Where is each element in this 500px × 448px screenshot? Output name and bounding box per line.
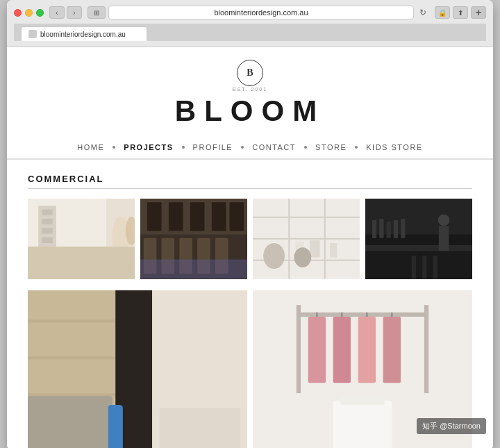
browser-chrome: ‹ › ⊞ bloominteriordesign.com.au ↻ 🔒 ⬆ +… bbox=[7, 0, 493, 47]
emblem-est: EST. 2001 bbox=[233, 87, 267, 92]
commercial-grid-bottom bbox=[28, 290, 472, 449]
add-tab-button[interactable]: + bbox=[471, 6, 486, 19]
svg-rect-5 bbox=[42, 219, 52, 224]
commercial-image-4[interactable] bbox=[365, 199, 472, 279]
nav-home[interactable]: HOME bbox=[69, 143, 112, 151]
svg-rect-15 bbox=[212, 202, 226, 231]
site-nav: HOME PROJECTS PROFILE CONTACT STORE KIDS… bbox=[7, 136, 493, 159]
site-header: B EST. 2001 BLOOM HOME PROJECTS PROFILE … bbox=[7, 47, 493, 160]
svg-rect-58 bbox=[108, 405, 123, 448]
svg-rect-6 bbox=[42, 228, 52, 233]
tab-favicon bbox=[28, 30, 37, 38]
minimize-button[interactable] bbox=[25, 9, 33, 17]
svg-rect-31 bbox=[310, 240, 319, 258]
svg-rect-64 bbox=[308, 317, 326, 383]
commercial-image-6[interactable] bbox=[253, 290, 472, 449]
main-content: COMMERCIAL bbox=[7, 160, 493, 448]
svg-rect-12 bbox=[147, 202, 162, 231]
svg-rect-39 bbox=[372, 220, 376, 238]
svg-rect-48 bbox=[433, 256, 438, 279]
svg-rect-32 bbox=[330, 243, 337, 258]
lock-icon: 🔒 bbox=[435, 6, 450, 19]
svg-rect-16 bbox=[230, 202, 244, 231]
forward-button[interactable]: › bbox=[67, 6, 82, 19]
svg-rect-13 bbox=[169, 202, 183, 231]
nav-store[interactable]: STORE bbox=[307, 143, 355, 151]
tab-bar: bloominteriordesign.com.au bbox=[14, 24, 486, 41]
emblem-letter: B bbox=[247, 67, 253, 78]
svg-rect-42 bbox=[394, 220, 398, 238]
commercial-divider bbox=[28, 188, 472, 189]
commercial-grid-top bbox=[28, 199, 472, 279]
svg-rect-45 bbox=[439, 226, 449, 251]
svg-rect-62 bbox=[297, 305, 301, 393]
commercial-image-2[interactable] bbox=[140, 199, 247, 279]
share-icon[interactable]: ⬆ bbox=[453, 6, 468, 19]
svg-point-33 bbox=[263, 243, 285, 269]
nav-kids-store[interactable]: KIDS STORE bbox=[358, 143, 431, 151]
commercial-image-1[interactable] bbox=[28, 199, 135, 279]
logo-emblem: B EST. 2001 bbox=[233, 60, 267, 92]
nav-buttons: ‹ › bbox=[49, 6, 82, 19]
svg-rect-1 bbox=[28, 249, 135, 279]
svg-rect-43 bbox=[401, 219, 405, 238]
browser-actions: 🔒 ⬆ + bbox=[435, 6, 486, 19]
maximize-button[interactable] bbox=[36, 9, 44, 17]
svg-point-34 bbox=[294, 247, 311, 267]
svg-rect-14 bbox=[190, 202, 205, 231]
commercial-title: COMMERCIAL bbox=[28, 174, 472, 184]
svg-rect-26 bbox=[253, 238, 360, 240]
svg-rect-47 bbox=[422, 256, 426, 279]
back-button[interactable]: ‹ bbox=[49, 6, 65, 19]
svg-rect-41 bbox=[387, 222, 391, 238]
commercial-image-5[interactable] bbox=[28, 290, 247, 449]
svg-rect-37 bbox=[365, 249, 472, 279]
reload-button[interactable]: ↻ bbox=[417, 6, 429, 19]
svg-rect-22 bbox=[140, 260, 247, 279]
svg-rect-29 bbox=[324, 199, 326, 279]
svg-rect-4 bbox=[42, 209, 52, 215]
address-bar[interactable]: bloominteriordesign.com.au bbox=[108, 6, 414, 19]
svg-rect-67 bbox=[383, 317, 401, 383]
svg-rect-25 bbox=[253, 217, 360, 218]
website-content: B EST. 2001 BLOOM HOME PROJECTS PROFILE … bbox=[7, 47, 493, 448]
svg-rect-46 bbox=[412, 256, 416, 279]
svg-rect-28 bbox=[288, 199, 290, 279]
nav-contact[interactable]: CONTACT bbox=[244, 143, 304, 151]
site-logo: BLOOM bbox=[7, 94, 493, 128]
svg-rect-65 bbox=[333, 317, 351, 383]
svg-rect-73 bbox=[340, 396, 384, 405]
svg-point-44 bbox=[438, 215, 450, 226]
svg-rect-63 bbox=[424, 305, 428, 393]
traffic-lights bbox=[14, 9, 44, 17]
browser-window: ‹ › ⊞ bloominteriordesign.com.au ↻ 🔒 ⬆ +… bbox=[7, 0, 493, 448]
close-button[interactable] bbox=[14, 9, 22, 17]
svg-rect-57 bbox=[28, 396, 112, 448]
svg-rect-40 bbox=[379, 219, 383, 238]
active-tab[interactable]: bloominteriordesign.com.au bbox=[21, 26, 147, 41]
view-button[interactable]: ⊞ bbox=[88, 6, 106, 19]
commercial-image-3[interactable] bbox=[253, 199, 360, 279]
tab-label: bloominteriordesign.com.au bbox=[40, 31, 126, 38]
nav-projects[interactable]: PROJECTS bbox=[115, 143, 181, 151]
svg-rect-7 bbox=[42, 238, 52, 243]
svg-rect-66 bbox=[358, 317, 376, 383]
nav-profile[interactable]: PROFILE bbox=[185, 143, 242, 151]
emblem-circle: B bbox=[237, 60, 263, 86]
svg-rect-38 bbox=[365, 245, 472, 251]
svg-rect-72 bbox=[333, 400, 392, 448]
svg-rect-59 bbox=[160, 408, 240, 448]
